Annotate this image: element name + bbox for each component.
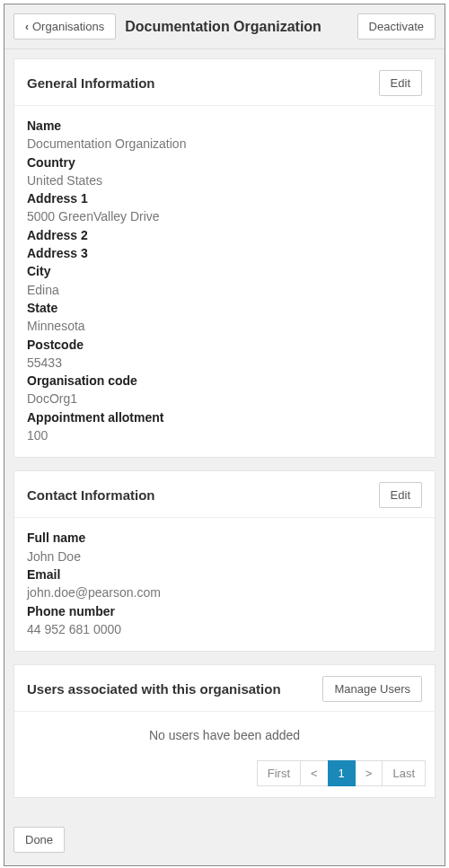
manage-users-button[interactable]: Manage Users (322, 676, 422, 702)
content-area: General Information Edit Name Documentat… (4, 49, 445, 820)
page-first-button[interactable]: First (257, 760, 301, 786)
value-phone: 44 952 681 0000 (27, 620, 422, 638)
users-body: No users have been added First < 1 > Las… (14, 712, 435, 797)
header-bar: ‹ Organisations Documentation Organizati… (4, 4, 445, 49)
label-phone: Phone number (27, 602, 422, 620)
label-country: Country (27, 153, 422, 171)
value-full-name: John Doe (27, 548, 422, 566)
page-current-button[interactable]: 1 (328, 760, 356, 786)
users-title: Users associated with this organisation (27, 681, 281, 697)
users-header: Users associated with this organisation … (14, 665, 435, 712)
edit-contact-button[interactable]: Edit (379, 482, 422, 508)
label-email: Email (27, 566, 422, 583)
label-address2: Address 2 (27, 226, 422, 244)
label-org-code: Organisation code (27, 372, 422, 390)
chevron-left-icon: ‹ (25, 22, 29, 32)
users-empty-message: No users have been added (14, 712, 435, 753)
contact-info-header: Contact Information Edit (14, 471, 435, 518)
edit-general-button[interactable]: Edit (379, 70, 422, 96)
value-country: United States (27, 171, 422, 189)
label-allotment: Appointment allotment (27, 408, 422, 426)
label-state: State (27, 299, 422, 317)
footer-bar: Done (4, 820, 445, 865)
back-button-label: Organisations (32, 20, 104, 33)
label-full-name: Full name (27, 529, 422, 547)
pagination: First < 1 > Last (14, 753, 435, 797)
page-last-button[interactable]: Last (382, 760, 426, 786)
label-postcode: Postcode (27, 336, 422, 354)
contact-info-title: Contact Information (27, 487, 155, 503)
page-container: ‹ Organisations Documentation Organizati… (4, 4, 445, 866)
label-city: City (27, 262, 422, 280)
value-state: Minnesota (27, 317, 422, 335)
value-address1: 5000 GreenValley Drive (27, 207, 422, 225)
value-email: john.doe@pearson.com (27, 583, 422, 601)
value-postcode: 55433 (27, 354, 422, 372)
label-name: Name (27, 117, 422, 135)
general-info-title: General Information (27, 75, 155, 91)
value-org-code: DocOrg1 (27, 390, 422, 408)
contact-info-card: Contact Information Edit Full name John … (13, 470, 436, 652)
done-button[interactable]: Done (13, 827, 65, 853)
label-address1: Address 1 (27, 189, 422, 207)
value-city: Edina (27, 281, 422, 299)
back-button[interactable]: ‹ Organisations (13, 13, 116, 39)
page-title: Documentation Organization (125, 19, 348, 35)
page-next-button[interactable]: > (355, 760, 383, 786)
label-address3: Address 3 (27, 244, 422, 262)
page-prev-button[interactable]: < (300, 760, 329, 786)
deactivate-button[interactable]: Deactivate (357, 13, 436, 39)
contact-info-body: Full name John Doe Email john.doe@pearso… (14, 518, 435, 651)
general-info-body: Name Documentation Organization Country … (14, 106, 435, 457)
general-info-header: General Information Edit (14, 59, 435, 106)
value-name: Documentation Organization (27, 135, 422, 153)
users-card: Users associated with this organisation … (13, 664, 436, 798)
value-allotment: 100 (27, 426, 422, 444)
general-info-card: General Information Edit Name Documentat… (13, 58, 436, 458)
